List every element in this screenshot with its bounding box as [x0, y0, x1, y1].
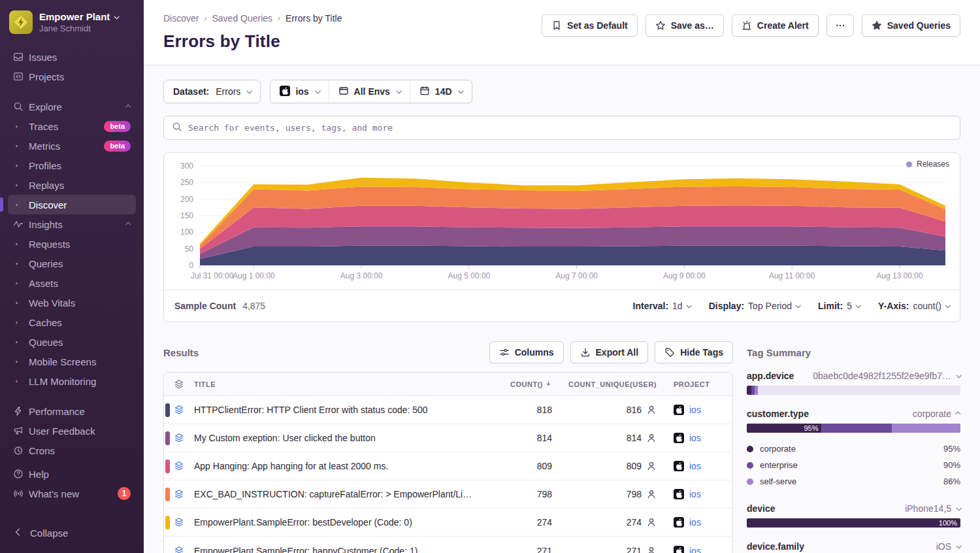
- sidebar-item-mobile-screens[interactable]: Mobile Screens: [8, 352, 136, 371]
- breadcrumb-saved-queries[interactable]: Saved Queries: [212, 13, 272, 24]
- breadcrumb-separator: ›: [204, 14, 206, 23]
- sidebar-item-assets[interactable]: Assets: [8, 273, 136, 293]
- sidebar-item-user-feedback[interactable]: User Feedback: [8, 421, 136, 441]
- count-unique-value: 271: [552, 546, 657, 553]
- save-as-button[interactable]: Save as…: [645, 14, 724, 37]
- beta-badge: beta: [104, 141, 131, 152]
- interval-dropdown[interactable]: Interval:1d: [633, 301, 691, 311]
- sidebar-item-queues[interactable]: Queues: [8, 332, 136, 352]
- hide-tags-button[interactable]: Hide Tags: [655, 341, 733, 363]
- sidebar-item-requests[interactable]: Requests: [8, 234, 136, 254]
- apple-icon: [280, 86, 290, 98]
- sidebar-item-insights[interactable]: Insights: [8, 214, 136, 234]
- svg-text:200: 200: [180, 195, 193, 204]
- column-header-project[interactable]: PROJECT: [657, 380, 728, 388]
- sidebar-item-discover[interactable]: Discover: [8, 195, 136, 214]
- facet-app-device: app.device0baebc0de4982f1255f2e9e9fb7…: [747, 371, 960, 395]
- project-link[interactable]: ios: [689, 433, 701, 443]
- sidebar-item-label: Queues: [29, 337, 131, 348]
- bullet-dot: [13, 145, 29, 147]
- facet-legend-item[interactable]: enterprise90%: [747, 457, 960, 473]
- sidebar-collapse-button[interactable]: Collapse: [13, 523, 131, 543]
- columns-button[interactable]: Columns: [489, 341, 564, 363]
- sidebar-item-help[interactable]: Help: [8, 464, 136, 484]
- limit-dropdown[interactable]: Limit:5: [818, 301, 860, 311]
- sidebar-item-caches[interactable]: Caches: [8, 312, 136, 332]
- legend-percent: 95%: [943, 444, 960, 454]
- sidebar-item-web-vitals[interactable]: Web Vitals: [8, 293, 136, 312]
- facet-header[interactable]: deviceiPhone14,5: [747, 503, 960, 514]
- table-header-row: TITLECOUNT()COUNT_UNIQUE(USER)PROJECT: [164, 373, 732, 396]
- facet-header[interactable]: device.familyiOS: [747, 541, 960, 552]
- sidebar-item-profiles[interactable]: Profiles: [8, 156, 136, 175]
- project-link[interactable]: ios: [689, 517, 701, 528]
- sidebar-item-replays[interactable]: Replays: [8, 175, 136, 195]
- open-events-icon-button[interactable]: [164, 546, 194, 553]
- table-row[interactable]: My Custom exeption: User clicked the but…: [164, 424, 732, 452]
- chart-legend[interactable]: Releases: [906, 159, 949, 169]
- date-range-filter[interactable]: 14D: [410, 80, 472, 103]
- project-filter[interactable]: ios: [270, 80, 328, 103]
- error-title: EmpowerPlant.SampleError: happyCustomer …: [194, 546, 480, 553]
- project-link[interactable]: ios: [689, 461, 701, 471]
- sidebar-item-explore[interactable]: Explore: [8, 97, 136, 116]
- facet-legend-item[interactable]: self-serve86%: [747, 473, 960, 490]
- org-switcher[interactable]: Empower Plant Jane Schmidt: [0, 0, 144, 43]
- table-row[interactable]: EXC_BAD_INSTRUCTION: captureFatalError: …: [164, 480, 732, 509]
- count-value: 814: [480, 433, 552, 443]
- stacked-area-chart[interactable]: 050100150200250300Jul 31 00:00Aug 1 00:0…: [164, 153, 960, 287]
- facet-distribution-bar: 100%: [747, 518, 960, 528]
- set-as-default-button[interactable]: Set as Default: [542, 14, 638, 37]
- facet-distribution-bar: 95%: [747, 424, 960, 433]
- y-axis-dropdown[interactable]: Y-Axis:count(): [878, 301, 949, 311]
- dataset-dropdown[interactable]: Dataset: Errors: [164, 80, 260, 103]
- content: Dataset: Errors ios All Envs: [144, 65, 980, 553]
- facet-header[interactable]: app.device0baebc0de4982f1255f2e9e9fb7…: [747, 371, 960, 381]
- count-unique-value: 814: [552, 433, 657, 443]
- sidebar-item-label: LLM Monitoring: [29, 376, 131, 387]
- display-dropdown[interactable]: Display:Top Period: [709, 301, 800, 311]
- search-icon: [172, 122, 182, 135]
- table-row[interactable]: HTTPClientError: HTTP Client Error with …: [164, 396, 732, 424]
- project-link[interactable]: ios: [689, 489, 701, 499]
- create-alert-button[interactable]: Create Alert: [732, 14, 819, 37]
- sidebar-item-metrics[interactable]: Metricsbeta: [8, 136, 136, 156]
- filter-bar: Dataset: Errors ios All Envs: [163, 80, 960, 103]
- breadcrumb-discover[interactable]: Discover: [163, 13, 199, 24]
- table-row[interactable]: EmpowerPlant.SampleError: happyCustomer …: [164, 537, 732, 553]
- chevron-down-icon: [315, 88, 320, 93]
- sample-count-value: 4,875: [242, 301, 265, 311]
- sidebar-item-what-s-new[interactable]: What's new1: [8, 484, 136, 503]
- column-header-count[interactable]: COUNT(): [480, 380, 552, 388]
- sidebar-item-label: Help: [29, 469, 131, 480]
- search-icon: [172, 122, 182, 132]
- sidebar-item-performance[interactable]: Performance: [8, 401, 136, 421]
- column-header-title[interactable]: TITLE: [194, 380, 480, 388]
- facet-header[interactable]: customer.typecorporate: [747, 409, 960, 419]
- more-options-button[interactable]: [826, 14, 854, 37]
- insights-icon: [13, 219, 24, 229]
- sidebar-item-traces[interactable]: Tracesbeta: [8, 116, 136, 136]
- sidebar-item-projects[interactable]: Projects: [8, 67, 136, 86]
- legend-label: self-serve: [760, 477, 796, 486]
- legend-bullet: [747, 446, 753, 452]
- bullet-dot: [13, 204, 29, 206]
- project-link[interactable]: ios: [689, 546, 701, 553]
- search-input[interactable]: [188, 123, 952, 133]
- column-header-count-unique[interactable]: COUNT_UNIQUE(USER): [552, 380, 657, 388]
- table-row[interactable]: EmpowerPlant.SampleError: bestDeveloper …: [164, 509, 732, 537]
- facet-device: deviceiPhone14,5100%: [747, 503, 960, 528]
- sidebar-item-crons[interactable]: Crons: [8, 441, 136, 460]
- sidebar-item-llm-monitoring[interactable]: LLM Monitoring: [8, 371, 136, 391]
- export-all-button[interactable]: Export All: [570, 341, 649, 363]
- project-link[interactable]: ios: [689, 405, 701, 415]
- saved-queries-button[interactable]: Saved Queries: [862, 14, 960, 37]
- chevron-down-icon: [396, 88, 401, 93]
- app-window: Empower Plant Jane Schmidt IssuesProject…: [0, 0, 980, 553]
- environment-filter[interactable]: All Envs: [329, 80, 410, 103]
- sidebar-item-label: Discover: [29, 199, 131, 210]
- table-row[interactable]: App Hanging: App hanging for at least 20…: [164, 452, 732, 480]
- facet-legend-item[interactable]: corporate95%: [747, 441, 960, 457]
- sidebar-item-issues[interactable]: Issues: [8, 47, 136, 67]
- sidebar-item-queries[interactable]: Queries: [8, 254, 136, 273]
